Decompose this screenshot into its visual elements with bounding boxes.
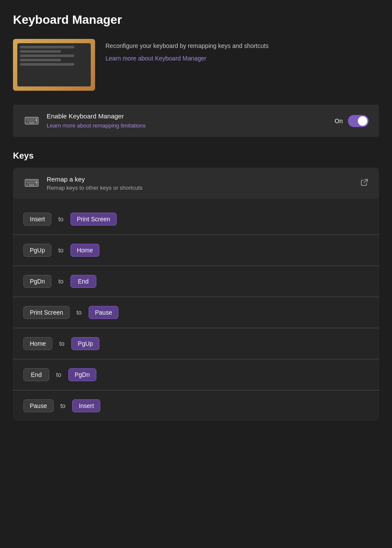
keys-section-container: ⌨ Remap a key Remap keys to other keys o…	[13, 168, 379, 421]
keyboard-icon: ⌨	[23, 115, 40, 127]
to-label: to	[76, 309, 82, 316]
remap-card-subtitle: Remap keys to other keys or shortcuts	[47, 185, 143, 191]
key-mappings-list: InserttoPrint ScreenPgUptoHomePgDntoEndP…	[13, 204, 379, 421]
key-to-badge: Insert	[72, 399, 100, 412]
header-section: Reconfigure your keyboard by remapping k…	[13, 39, 379, 91]
key-mapping-row: HometoPgUp	[13, 328, 379, 359]
key-from-badge: Print Screen	[23, 306, 70, 319]
key-mapping-row: PgUptoHome	[13, 235, 379, 266]
enable-title: Enable Keyboard Manager	[47, 112, 146, 120]
key-mapping-row: PgDntoEnd	[13, 266, 379, 297]
header-description: Reconfigure your keyboard by remapping k…	[105, 42, 268, 49]
to-label: to	[59, 340, 64, 347]
remap-keyboard-icon: ⌨	[23, 177, 40, 189]
enable-keyboard-manager-section: ⌨ Enable Keyboard Manager Learn more abo…	[13, 105, 379, 137]
key-from-badge: PgUp	[23, 244, 51, 257]
enable-keyboard-manager-toggle[interactable]	[348, 115, 369, 127]
key-to-badge: End	[70, 275, 96, 288]
enable-right: On	[335, 115, 369, 127]
key-from-badge: Pause	[23, 399, 54, 412]
key-to-badge: PgUp	[71, 337, 99, 350]
keys-section-label: Keys	[13, 151, 379, 161]
enable-left: ⌨ Enable Keyboard Manager Learn more abo…	[23, 112, 146, 129]
page-title: Keyboard Manager	[13, 13, 379, 27]
enable-text-block: Enable Keyboard Manager Learn more about…	[47, 112, 146, 129]
key-mapping-row: PausetoInsert	[13, 391, 379, 421]
key-from-badge: End	[23, 368, 49, 381]
to-label: to	[56, 371, 61, 378]
to-label: to	[58, 247, 64, 254]
remap-card-left: ⌨ Remap a key Remap keys to other keys o…	[23, 175, 143, 191]
to-label: to	[61, 402, 66, 409]
to-label: to	[58, 278, 64, 285]
to-label: to	[58, 216, 64, 223]
key-mapping-row: Print ScreentoPause	[13, 297, 379, 328]
header-learn-more-link[interactable]: Learn more about Keyboard Manager	[105, 55, 206, 62]
key-mapping-row: InserttoPrint Screen	[13, 204, 379, 235]
key-from-badge: Insert	[23, 213, 51, 226]
remap-a-key-card: ⌨ Remap a key Remap keys to other keys o…	[13, 168, 379, 199]
key-to-badge: PgDn	[68, 368, 96, 381]
toggle-status-label: On	[335, 118, 343, 124]
key-mapping-row: EndtoPgDn	[13, 360, 379, 390]
key-to-badge: Home	[70, 244, 99, 257]
remap-card-text: Remap a key Remap keys to other keys or …	[47, 175, 143, 191]
key-to-badge: Print Screen	[70, 213, 117, 226]
remap-card-title: Remap a key	[47, 175, 143, 183]
key-from-badge: Home	[23, 337, 52, 350]
external-link-icon[interactable]	[360, 178, 369, 189]
app-thumbnail	[13, 39, 95, 91]
key-to-badge: Pause	[89, 306, 119, 319]
header-text: Reconfigure your keyboard by remapping k…	[105, 39, 268, 62]
key-from-badge: PgDn	[23, 275, 51, 288]
remapping-limitations-link[interactable]: Learn more about remapping limitations	[47, 122, 146, 129]
